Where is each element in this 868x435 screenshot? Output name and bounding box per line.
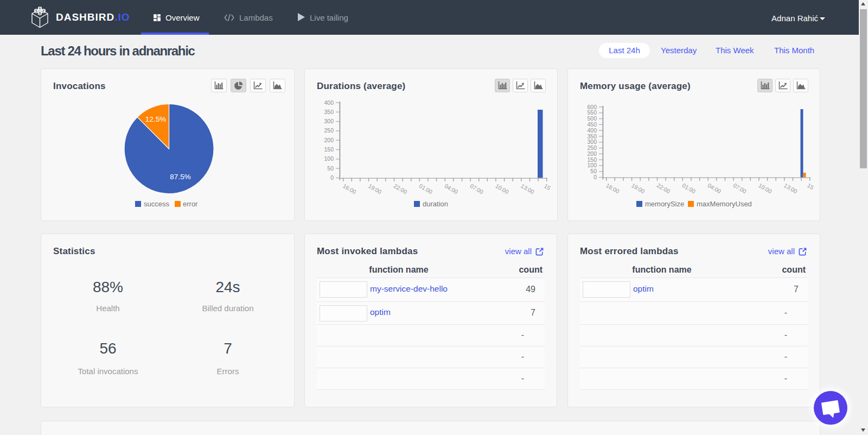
svg-text:22:00: 22:00 (393, 182, 409, 196)
svg-text:error: error (183, 200, 198, 208)
svg-text:300: 300 (324, 118, 334, 124)
svg-text:maxMemoryUsed: maxMemoryUsed (697, 200, 752, 208)
svg-text:15: 15 (806, 182, 815, 191)
svg-text:250: 250 (324, 127, 334, 134)
svg-text:100: 100 (587, 162, 597, 168)
svg-text:200: 200 (587, 150, 597, 157)
svg-text:50: 50 (590, 168, 597, 174)
svg-text:19:00: 19:00 (367, 182, 383, 196)
svg-text:450: 450 (587, 121, 597, 128)
svg-text:350: 350 (587, 133, 597, 140)
svg-text:550: 550 (587, 109, 597, 116)
svg-text:10:00: 10:00 (494, 182, 510, 196)
svg-text:duration: duration (423, 200, 448, 208)
svg-text:22:00: 22:00 (656, 182, 672, 195)
svg-text:250: 250 (587, 144, 597, 151)
svg-text:400: 400 (587, 127, 597, 134)
svg-text:01:00: 01:00 (681, 182, 697, 195)
svg-text:500: 500 (587, 115, 597, 122)
svg-text:50: 50 (327, 165, 334, 172)
svg-text:04:00: 04:00 (444, 182, 459, 196)
svg-text:07:00: 07:00 (732, 182, 748, 195)
svg-text:10:00: 10:00 (757, 182, 773, 195)
svg-text:13:00: 13:00 (783, 182, 799, 195)
svg-text:04:00: 04:00 (707, 182, 723, 195)
svg-text:150: 150 (587, 156, 597, 163)
svg-text:15: 15 (543, 182, 552, 191)
svg-text:success: success (144, 200, 169, 208)
svg-text:13:00: 13:00 (520, 182, 535, 196)
svg-text:19:00: 19:00 (630, 182, 646, 195)
svg-text:350: 350 (324, 109, 334, 115)
svg-text:16:00: 16:00 (605, 182, 621, 195)
svg-text:16:00: 16:00 (342, 182, 358, 196)
svg-text:400: 400 (324, 99, 334, 106)
svg-text:0: 0 (330, 174, 334, 181)
svg-text:200: 200 (324, 137, 334, 143)
svg-text:100: 100 (324, 155, 334, 162)
svg-text:600: 600 (587, 104, 597, 110)
svg-text:01:00: 01:00 (418, 182, 434, 196)
svg-text:0: 0 (593, 174, 597, 180)
svg-text:150: 150 (324, 146, 334, 153)
svg-text:12.5%: 12.5% (145, 115, 166, 123)
svg-text:07:00: 07:00 (469, 182, 484, 196)
svg-text:300: 300 (587, 138, 597, 145)
svg-text:87.5%: 87.5% (170, 173, 190, 181)
svg-text:memorySize: memorySize (645, 200, 684, 208)
